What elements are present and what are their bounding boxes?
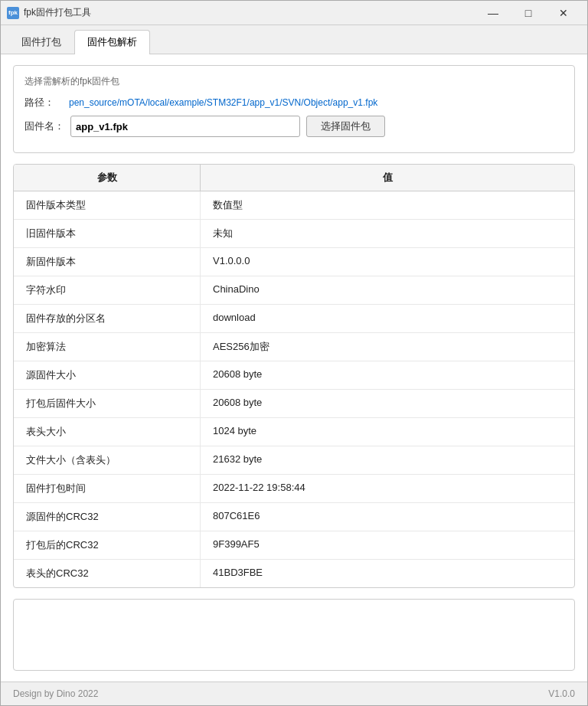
path-label: 路径： xyxy=(24,96,63,109)
params-table: 参数 值 固件版本类型 数值型 旧固件版本 未知 新固件版本 V1.0.0.0 … xyxy=(13,164,575,588)
table-row: 新固件版本 V1.0.0.0 xyxy=(14,248,574,276)
value-cell: V1.0.0.0 xyxy=(201,248,574,276)
param-cell: 源固件的CRC32 xyxy=(14,503,201,531)
table-row: 固件打包时间 2022-11-22 19:58:44 xyxy=(14,475,574,503)
table-row: 固件存放的分区名 download xyxy=(14,305,574,333)
param-cell: 旧固件版本 xyxy=(14,220,201,247)
value-cell: 20608 byte xyxy=(201,390,574,417)
footer: Design by Dino 2022 V1.0.0 xyxy=(1,681,587,705)
value-cell: 数值型 xyxy=(201,191,574,219)
window-controls: — □ ✕ xyxy=(475,1,581,25)
minimize-button[interactable]: — xyxy=(475,1,511,25)
col-param-header: 参数 xyxy=(14,165,201,191)
maximize-button[interactable]: □ xyxy=(511,1,546,25)
param-cell: 表头大小 xyxy=(14,418,201,446)
table-row: 字符水印 ChinaDino xyxy=(14,276,574,305)
firmware-name-label: 固件名： xyxy=(24,119,64,133)
param-cell: 固件存放的分区名 xyxy=(14,305,201,332)
param-cell: 固件打包时间 xyxy=(14,475,201,502)
footer-version: V1.0.0 xyxy=(548,688,575,699)
footer-credit: Design by Dino 2022 xyxy=(13,688,98,699)
param-cell: 字符水印 xyxy=(14,276,201,304)
value-cell: 807C61E6 xyxy=(201,503,574,531)
table-row: 打包后固件大小 20608 byte xyxy=(14,390,574,418)
col-value-header: 值 xyxy=(201,165,574,191)
param-cell: 文件大小（含表头） xyxy=(14,446,201,474)
param-cell: 新固件版本 xyxy=(14,248,201,276)
path-value: pen_source/mOTA/local/example/STM32F1/ap… xyxy=(69,97,564,108)
param-cell: 打包后固件大小 xyxy=(14,390,201,417)
value-cell: 未知 xyxy=(201,220,574,247)
tab-firmware-parse[interactable]: 固件包解析 xyxy=(74,30,150,54)
param-cell: 固件版本类型 xyxy=(14,191,201,219)
tab-firmware-pack[interactable]: 固件打包 xyxy=(8,30,74,54)
value-cell: AES256加密 xyxy=(201,333,574,361)
table-row: 旧固件版本 未知 xyxy=(14,220,574,248)
param-cell: 打包后的CRC32 xyxy=(14,531,201,559)
close-button[interactable]: ✕ xyxy=(546,1,581,25)
app-window: fpk fpk固件打包工具 — □ ✕ 固件打包 固件包解析 选择需解析的fpk… xyxy=(0,0,588,706)
select-file-button[interactable]: 选择固件包 xyxy=(306,116,385,137)
param-cell: 源固件大小 xyxy=(14,361,201,389)
table-row: 固件版本类型 数值型 xyxy=(14,191,574,220)
param-cell: 表头的CRC32 xyxy=(14,560,201,587)
value-cell: 20608 byte xyxy=(201,361,574,389)
value-cell: ChinaDino xyxy=(201,276,574,304)
window-title: fpk固件打包工具 xyxy=(24,6,475,19)
file-section: 选择需解析的fpk固件包 路径： pen_source/mOTA/local/e… xyxy=(13,65,575,153)
value-cell: 1024 byte xyxy=(201,418,574,446)
table-row: 加密算法 AES256加密 xyxy=(14,333,574,361)
firmware-name-row: 固件名： 选择固件包 xyxy=(24,116,564,137)
main-content: 选择需解析的fpk固件包 路径： pen_source/mOTA/local/e… xyxy=(1,54,587,681)
section-title: 选择需解析的fpk固件包 xyxy=(24,75,564,88)
tab-bar: 固件打包 固件包解析 xyxy=(1,25,587,54)
param-cell: 加密算法 xyxy=(14,333,201,361)
table-row: 源固件大小 20608 byte xyxy=(14,361,574,390)
table-row: 源固件的CRC32 807C61E6 xyxy=(14,503,574,531)
value-cell: 2022-11-22 19:58:44 xyxy=(201,475,574,502)
log-area xyxy=(13,599,575,671)
title-bar: fpk fpk固件打包工具 — □ ✕ xyxy=(1,1,587,25)
table-row: 表头的CRC32 41BD3FBE xyxy=(14,560,574,587)
table-row: 文件大小（含表头） 21632 byte xyxy=(14,446,574,475)
firmware-name-input[interactable] xyxy=(70,116,300,137)
value-cell: 9F399AF5 xyxy=(201,531,574,559)
value-cell: download xyxy=(201,305,574,332)
value-cell: 21632 byte xyxy=(201,446,574,474)
table-header: 参数 值 xyxy=(14,165,574,191)
table-row: 打包后的CRC32 9F399AF5 xyxy=(14,531,574,560)
path-row: 路径： pen_source/mOTA/local/example/STM32F… xyxy=(24,96,564,109)
value-cell: 41BD3FBE xyxy=(201,560,574,587)
table-row: 表头大小 1024 byte xyxy=(14,418,574,446)
app-icon: fpk xyxy=(7,7,19,19)
